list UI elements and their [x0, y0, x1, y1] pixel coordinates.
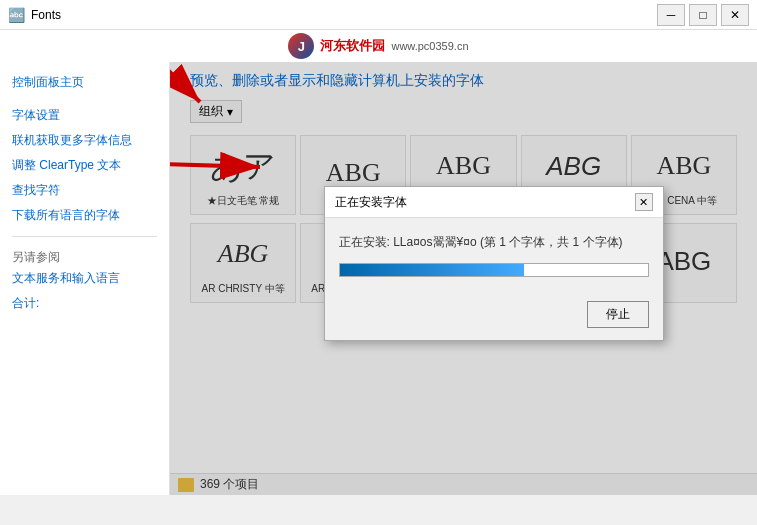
dialog-overlay: 正在安装字体 ✕ 正在安装: LLa¤os翯翯¥¤o (第 1 个字体，共 1 … — [170, 62, 757, 495]
dialog-body: 正在安装: LLa¤os翯翯¥¤o (第 1 个字体，共 1 个字体) — [325, 218, 663, 301]
install-dialog: 正在安装字体 ✕ 正在安装: LLa¤os翯翯¥¤o (第 1 个字体，共 1 … — [324, 186, 664, 341]
dialog-footer: 停止 — [325, 301, 663, 340]
also-see-label: 另请参阅 — [0, 249, 169, 266]
dialog-progress-fill — [340, 264, 525, 276]
close-button[interactable]: ✕ — [721, 4, 749, 26]
sidebar-item-textservice[interactable]: 文本服务和输入语言 — [0, 266, 169, 291]
title-text: Fonts — [31, 8, 61, 22]
breadcrumb-sep1: > — [48, 39, 55, 53]
minimize-button[interactable]: ─ — [657, 4, 685, 26]
content-area: 预览、删除或者显示和隐藏计算机上安装的字体 组织 ▾ あア ★日文毛笔 常规 A… — [170, 62, 757, 495]
dialog-message: 正在安装: LLa¤os翯翯¥¤o (第 1 个字体，共 1 个字体) — [339, 234, 649, 251]
sidebar-item-cleartype[interactable]: 调整 ClearType 文本 — [0, 153, 169, 178]
dialog-stop-button[interactable]: 停止 — [587, 301, 649, 328]
dialog-titlebar: 正在安装字体 ✕ — [325, 187, 663, 218]
address-bar: 此电脑 > 本地磁盘 (C:) > Windows > Fonts — [0, 30, 757, 62]
breadcrumb-windows[interactable]: Windows — [145, 39, 194, 53]
breadcrumb-sep2: > — [134, 39, 141, 53]
title-bar: 🔤 Fonts ─ □ ✕ — [0, 0, 757, 30]
sidebar-item-getfonts[interactable]: 联机获取更多字体信息 — [0, 128, 169, 153]
breadcrumb-fonts[interactable]: Fonts — [209, 39, 242, 53]
dialog-progress-bar — [339, 263, 649, 277]
sidebar-item-alllang[interactable]: 下载所有语言的字体 — [0, 203, 169, 228]
svg-line-2 — [170, 162, 260, 167]
dialog-close-button[interactable]: ✕ — [635, 193, 653, 211]
sidebar-item-controlpanel[interactable]: 控制面板主页 — [0, 70, 169, 95]
maximize-button[interactable]: □ — [689, 4, 717, 26]
sidebar-divider1 — [12, 236, 157, 237]
svg-line-1 — [170, 62, 200, 102]
title-icon: 🔤 — [8, 7, 25, 23]
sidebar-item-findchar[interactable]: 查找字符 — [0, 178, 169, 203]
dialog-title: 正在安装字体 — [335, 194, 407, 211]
sidebar-item-fontsettings[interactable]: 字体设置 — [0, 103, 169, 128]
sidebar-item-merge[interactable]: 合计: — [0, 291, 169, 316]
breadcrumb-home[interactable]: 此电脑 — [8, 37, 44, 54]
breadcrumb-sep3: > — [198, 39, 205, 53]
arrows-svg — [170, 62, 340, 242]
breadcrumb-drive[interactable]: 本地磁盘 (C:) — [59, 37, 130, 54]
sidebar: 控制面板主页 字体设置 联机获取更多字体信息 调整 ClearType 文本 查… — [0, 62, 170, 495]
